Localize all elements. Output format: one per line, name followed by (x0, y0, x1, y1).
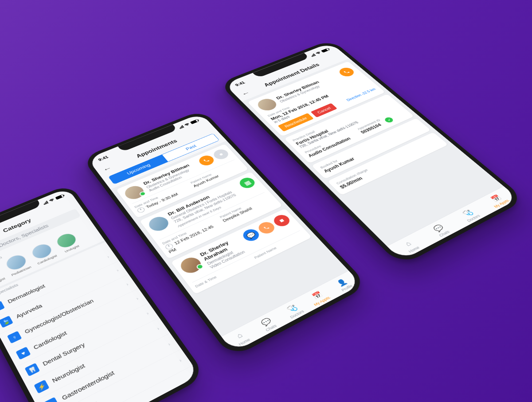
tab-past[interactable]: Past (162, 134, 219, 162)
appointment-card[interactable]: Dr. Sherley Billman Obstetrics & Gynecol… (116, 144, 249, 218)
datetime-label: Date and Time (267, 76, 363, 117)
recent-search-row: Dermatologist Pediatrician Cardiologist … (0, 222, 105, 296)
chevron-right-icon: › (125, 282, 129, 287)
apptid-value: 50355104 (360, 121, 385, 135)
specialty-icon: ♀ (7, 331, 22, 344)
chevron-right-icon: › (156, 326, 161, 332)
patient-name: Ayush Kumar (192, 164, 242, 188)
phone-category: 9:41 Cancel Category Search Doctors, Spe… (0, 184, 207, 402)
avatar (0, 265, 1, 285)
recent-search-label: Recent Search (0, 217, 92, 276)
datetime-sub: in 5 days (273, 82, 370, 124)
doctor-specialty: General Obstetrics | Fortis Hopitals (170, 187, 240, 220)
search-input[interactable]: Search Doctors, Specialists (0, 208, 81, 264)
cancel-button[interactable]: Cancel (311, 103, 338, 117)
page-title: Appointment Details (252, 59, 330, 92)
avatar (4, 253, 29, 273)
wifi-icon (48, 198, 55, 203)
chevron-right-icon: › (145, 311, 150, 316)
doctor-name: Dr. Bill Anderson (167, 183, 237, 217)
specialty-icon: 🦷 (24, 363, 40, 376)
avatar (54, 231, 79, 250)
signal-icon (178, 125, 184, 129)
status-bar: 9:41 (87, 113, 209, 168)
doctor-name: Dr. Sherley Billman (275, 73, 338, 100)
datetime-value: Today - 9:30 AM (145, 192, 179, 209)
avatar (29, 242, 55, 261)
datetime-value: Mon, 12 Feb 2018, 12:45 PM (270, 79, 367, 121)
specialty-icon: ? (0, 301, 5, 313)
wifi-icon (315, 51, 322, 55)
doctor-specialty: Obstetrics & Gynecology (279, 76, 341, 103)
status-time: 9:41 (234, 81, 246, 87)
chevron-right-icon: › (106, 254, 110, 259)
recent-chip[interactable]: Dermatologist (0, 263, 6, 290)
doctor-specialty: Obstetrics & Gynecology (145, 164, 199, 189)
reschedule-button[interactable]: Reschedule (278, 113, 313, 132)
call-button[interactable] (197, 154, 217, 167)
chevron-right-icon: › (135, 296, 140, 301)
segment-control: Upcoming Past (108, 133, 219, 184)
chevron-right-icon: › (178, 358, 183, 363)
video-button[interactable]: ■ (271, 213, 292, 228)
status-time: 9:41 (98, 155, 110, 162)
status-bar: 9:41 (224, 43, 340, 93)
specialty-icon: 🍃 (0, 316, 13, 328)
doctor-name: Dr. Sherley Billman (142, 160, 196, 186)
header: ← Appointment Details (233, 51, 350, 101)
doctor-avatar (177, 255, 205, 276)
patient-label: Patient Name (190, 162, 239, 184)
specialty-icon: ⚡ (34, 380, 49, 394)
battery-icon (55, 194, 64, 199)
record-button[interactable]: ● (211, 148, 231, 161)
battery-icon (190, 119, 199, 124)
header: ← Appointments (94, 122, 217, 178)
specialty-icon: ◐ (43, 397, 59, 402)
chevron-right-icon: › (115, 268, 120, 273)
direction-link[interactable]: Direction -22.5 km (346, 87, 376, 101)
practice-label: Practice Detail (292, 98, 389, 142)
battery-icon (321, 48, 330, 52)
top-specialists-label: Top Specialists (0, 242, 110, 304)
check-icon: ✓ (383, 117, 395, 124)
apptid-label: Appointment ID (356, 118, 381, 130)
patient-label: Patient Name (219, 195, 269, 219)
recent-chip[interactable]: Urologist (54, 231, 82, 254)
call-button[interactable] (337, 66, 357, 78)
page-title: Appointments (115, 131, 198, 168)
signal-icon (43, 201, 48, 205)
consultation-type: Audio Cousultation (148, 168, 201, 192)
back-button[interactable]: ← (101, 164, 115, 173)
status-bar: 9:41 (0, 187, 74, 248)
map-button[interactable]: ▦ (237, 176, 258, 190)
specialty-icon: ♥ (16, 347, 31, 360)
back-button[interactable]: ← (239, 89, 253, 97)
recent-chip[interactable]: Pediatrician (3, 252, 32, 277)
chevron-right-icon: › (167, 342, 172, 347)
wifi-icon (184, 123, 191, 127)
doctor-avatar (122, 183, 147, 201)
search-placeholder: Search Doctors, Specialists (0, 223, 49, 257)
clock-icon (136, 207, 146, 214)
header: Cancel Category (0, 197, 80, 257)
doctor-avatar (254, 97, 280, 113)
doctor-avatar (146, 214, 172, 233)
doctor-card: Dr. Sherley Billman Obstetrics & Gynecol… (247, 61, 385, 137)
recent-chip[interactable]: Cardiologist (29, 241, 58, 265)
tab-upcoming[interactable]: Upcoming (109, 155, 168, 184)
signal-icon (310, 54, 316, 57)
page-title: Category (0, 210, 50, 242)
